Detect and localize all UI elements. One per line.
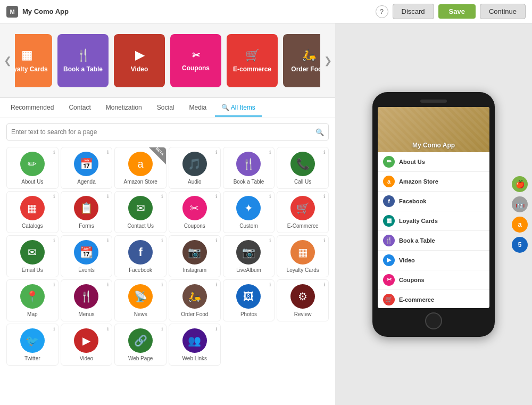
info-menus[interactable]: ℹ [107,282,109,287]
phone-home-button[interactable] [425,312,442,329]
info-coupons[interactable]: ℹ [215,194,217,199]
search-input[interactable] [11,128,313,136]
apple-platform-icon[interactable]: 🍎 [512,176,528,192]
grid-item-book-table[interactable]: ℹ 🍴 Book a Table [223,147,275,189]
info-weblinks[interactable]: ℹ [215,326,217,332]
top-bar-left: M My Como App [6,6,69,18]
info-review[interactable]: ℹ [323,282,325,287]
carousel-item-book[interactable]: 🍴 Book a Table [57,34,109,87]
info-events[interactable]: ℹ [107,238,109,243]
grid-item-facebook[interactable]: ℹ f Facebook [114,235,167,277]
info-custom[interactable]: ℹ [269,194,271,199]
tab-social[interactable]: Social [151,100,181,117]
info-news[interactable]: ℹ [161,282,163,287]
grid-item-ecommerce[interactable]: ℹ 🛒 E-Commerce [277,191,329,233]
info-about-us[interactable]: ℹ [53,150,55,155]
grid-item-video[interactable]: ℹ ▶ Video [61,324,113,366]
phone-ecommerce-label: E-commerce [399,296,434,303]
info-map[interactable]: ℹ [53,282,55,287]
facebook-icon: f [128,240,153,265]
info-video[interactable]: ℹ [107,326,109,332]
tab-recommended[interactable]: Recommended [4,100,60,117]
livealbum-label: LiveAlbum [236,267,261,274]
info-order-food[interactable]: ℹ [215,282,217,287]
info-email-us[interactable]: ℹ [53,238,55,243]
info-facebook[interactable]: ℹ [161,238,163,243]
order-food-label: Order Food [181,311,208,318]
phone-app-name: My Como App [412,142,455,149]
phone-menu-item-about: ✏ About Us [378,152,489,172]
carousel-item-ecommerce[interactable]: 🛒 E-commerce [227,34,278,87]
carousel-loyalty-icon: ▦ [21,48,32,62]
grid-item-instagram[interactable]: ℹ 📷 Instagram [169,235,221,277]
info-ecommerce[interactable]: ℹ [323,194,325,199]
info-contact-us[interactable]: ℹ [161,194,163,199]
grid-item-about-us[interactable]: ℹ ✏ About Us [6,147,59,189]
discard-button[interactable]: Discard [393,4,434,19]
info-loyalty-cards[interactable]: ℹ [323,238,325,243]
info-livealbum[interactable]: ℹ [269,238,271,243]
phone-menu: ✏ About Us a Amazon Store f Facebook ▦ L… [378,152,489,308]
right-panel: My Como App ✏ About Us a Amazon Store f … [335,23,532,405]
grid-item-menus[interactable]: ℹ 🍴 Menus [61,279,113,321]
info-forms[interactable]: ℹ [107,194,109,199]
news-label: News [134,311,147,318]
carousel-item-coupons[interactable]: ✂ Coupons [170,34,221,87]
continue-button[interactable]: Continue [480,4,526,19]
html5-platform-icon[interactable]: 5 [512,237,528,253]
grid-item-events[interactable]: ℹ 📆 Events [61,235,113,277]
android-platform-icon[interactable]: 🤖 [512,196,528,212]
instagram-label: Instagram [183,267,206,274]
phone-menu-item-coupons: ✂ Coupons [378,270,489,290]
grid-item-webpage[interactable]: ℹ 🔗 Web Page [114,324,167,366]
tab-monetization[interactable]: Monetization [99,100,148,117]
grid-item-custom[interactable]: ℹ ✦ Custom [223,191,275,233]
menus-icon: 🍴 [74,284,98,309]
review-icon: ⚙ [290,284,315,309]
grid-item-coupons[interactable]: ℹ ✂ Coupons [169,191,221,233]
grid-item-loyalty-cards[interactable]: ℹ ▦ Loyalty Cards [277,235,329,277]
info-catalogs[interactable]: ℹ [53,194,55,199]
phone-menu-item-ecommerce: 🛒 E-commerce [378,290,489,308]
carousel-item-loyalty[interactable]: ▦ Loyalty Cards [15,34,52,87]
amazon-platform-icon[interactable]: a [512,217,528,233]
carousel-next[interactable]: ❯ [320,30,335,91]
carousel-item-video[interactable]: ▶ Video [114,34,165,87]
phone-video-label: Video [399,257,415,263]
grid-item-photos[interactable]: ℹ 🖼 Photos [223,279,275,321]
info-audio[interactable]: ℹ [215,150,217,155]
grid-item-weblinks[interactable]: ℹ 👥 Web Links [169,324,221,366]
info-agenda[interactable]: ℹ [107,150,109,155]
grid-item-map[interactable]: ℹ 📍 Map [6,279,59,321]
grid-item-call-us[interactable]: ℹ 📞 Call Us [277,147,329,189]
tab-media[interactable]: Media [182,100,213,117]
tab-all-items[interactable]: 🔍 All Items [215,100,262,117]
tabs-area: Recommended Contact Monetization Social … [0,98,335,118]
grid-item-order-food[interactable]: ℹ 🛵 Order Food [169,279,221,321]
order-food-icon: 🛵 [182,284,207,309]
tab-contact[interactable]: Contact [62,100,97,117]
grid-item-contact-us[interactable]: ℹ ✉ Contact Us [114,191,167,233]
catalogs-icon: ▦ [20,196,45,220]
grid-item-audio[interactable]: ℹ 🎵 Audio [169,147,221,189]
grid-item-catalogs[interactable]: ℹ ▦ Catalogs [6,191,59,233]
grid-item-email-us[interactable]: ℹ ✉ Email Us [6,235,59,277]
info-photos[interactable]: ℹ [269,282,271,287]
info-twitter[interactable]: ℹ [53,326,55,332]
audio-label: Audio [188,179,202,185]
grid-item-forms[interactable]: ℹ 📋 Forms [61,191,113,233]
save-button[interactable]: Save [438,4,476,19]
info-book-table[interactable]: ℹ [269,150,271,155]
grid-item-twitter[interactable]: ℹ 🐦 Twitter [6,324,59,366]
carousel-prev[interactable]: ❮ [0,30,15,91]
carousel-item-orderfood[interactable]: 🛵 Order Food [283,34,320,87]
grid-item-agenda[interactable]: ℹ 📅 Agenda [61,147,113,189]
info-instagram[interactable]: ℹ [215,238,217,243]
grid-item-review[interactable]: ℹ ⚙ Review [277,279,329,321]
grid-item-amazon[interactable]: BETA a Amazon Store [114,147,167,189]
grid-item-livealbum[interactable]: ℹ 📷 LiveAlbum [223,235,275,277]
info-call-us[interactable]: ℹ [323,150,325,155]
help-button[interactable]: ? [376,5,388,18]
grid-item-news[interactable]: ℹ 📡 News [114,279,167,321]
info-webpage[interactable]: ℹ [161,326,163,332]
